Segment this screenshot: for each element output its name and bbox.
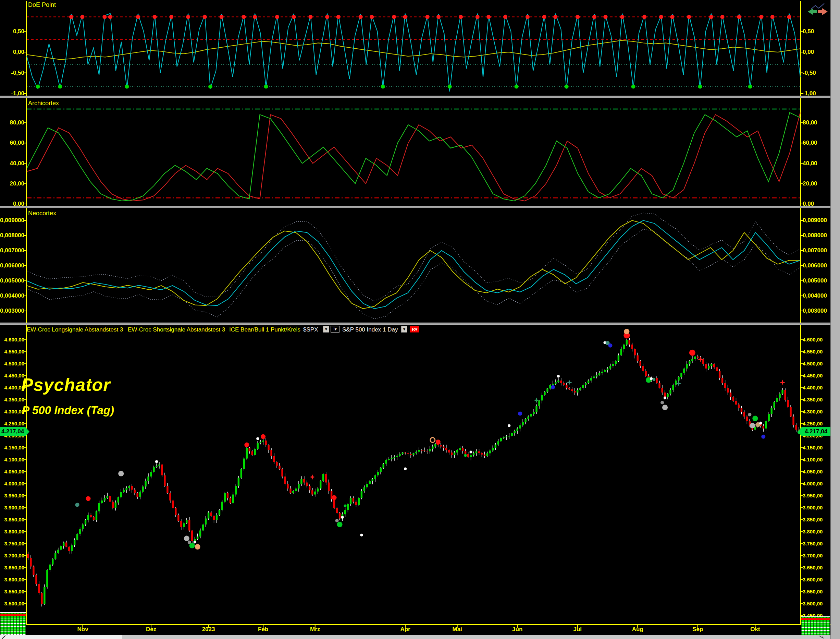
resize-handle-icon[interactable] — [1, 635, 11, 639]
candle — [462, 448, 463, 451]
arrow-left-icon[interactable] — [808, 8, 817, 15]
candle — [43, 587, 45, 604]
candle — [459, 448, 461, 450]
panel-title-doe: DoE Point — [28, 2, 56, 9]
doe-upper-signal-dot — [203, 15, 207, 19]
candle — [328, 483, 330, 491]
y-axis-label: 3.750,00 — [0, 540, 24, 547]
doe-upper-signal-dot — [670, 15, 674, 19]
instrument-label[interactable]: S&P 500 Index — [342, 326, 381, 333]
realtime-button[interactable]: R▾ — [410, 326, 419, 332]
y-axis-label: 4.250,00 — [803, 420, 830, 427]
candle — [243, 459, 245, 470]
indicator-dropdown-button[interactable]: I▾ — [331, 326, 339, 332]
candle — [259, 442, 261, 443]
doe-lower-signal-dot — [125, 84, 129, 89]
symbol-dropdown-button[interactable]: ▼ — [323, 326, 329, 332]
candle — [672, 385, 674, 390]
candle — [336, 508, 338, 513]
candle — [661, 388, 663, 393]
candle — [555, 382, 556, 384]
candle — [377, 472, 379, 475]
candle — [640, 361, 641, 366]
doe-upper-signal-dot — [392, 15, 396, 19]
y-axis-label: 20,00 — [803, 180, 830, 187]
timeframe-dropdown-button[interactable]: ▼ — [401, 326, 407, 332]
signal-label-red — [801, 618, 830, 620]
indicator-label-long[interactable]: EW-Croc Longsignale Abstandstest 3 — [27, 326, 123, 333]
marker-red-dot-large — [689, 350, 696, 356]
y-axis-label: 4.050,00 — [803, 468, 830, 475]
candle — [618, 356, 620, 362]
indicator-label-short[interactable]: EW-Croc Shortsignale Abstandstest 3 — [128, 326, 225, 333]
candle — [579, 388, 581, 390]
doe-upper-signal-dot — [108, 15, 113, 19]
y-axis-label: 3.700,00 — [803, 552, 830, 559]
candle — [224, 493, 226, 502]
candle — [516, 429, 518, 431]
marker-gray-dot — [662, 405, 668, 410]
panel-divider[interactable] — [0, 95, 830, 98]
panel-divider[interactable] — [0, 206, 830, 208]
nav-icons — [803, 2, 830, 17]
marker-red-plus — [310, 474, 315, 480]
candle — [314, 491, 316, 495]
candle — [503, 437, 505, 438]
candle — [669, 390, 671, 394]
candle — [85, 520, 86, 525]
candle — [95, 512, 97, 520]
candle — [658, 383, 660, 388]
candle — [694, 356, 696, 359]
doe-upper-signal-dot — [336, 15, 341, 19]
marker-gray-dot — [750, 423, 755, 429]
doe-lower-signal-dot — [36, 84, 40, 89]
candle — [241, 469, 242, 478]
zigzag-icon[interactable] — [811, 3, 824, 9]
candle — [268, 445, 269, 450]
timeframe-label[interactable]: 1 Day — [383, 326, 398, 333]
doe-upper-signal-dot — [770, 15, 775, 19]
x-axis-month-label: Dez — [137, 626, 165, 633]
marker-red-plus — [780, 380, 785, 385]
candle — [590, 378, 592, 380]
marker-blue-dot — [551, 385, 555, 389]
candle — [634, 349, 636, 356]
doe-upper-signal-dot — [553, 15, 557, 19]
candle — [290, 488, 291, 493]
symbol-label[interactable]: $SPX — [303, 326, 318, 333]
arrow-right-icon[interactable] — [818, 8, 828, 15]
candle — [738, 405, 740, 408]
y-axis-label: 0,007000 — [803, 247, 830, 254]
doe-upper-signal-dot — [186, 15, 190, 19]
pan-arrow-icon[interactable] — [818, 635, 826, 639]
x-axis-month-label: Mrz — [301, 626, 329, 633]
doe-upper-signal-dot — [403, 15, 407, 19]
candle — [309, 486, 311, 490]
candle — [560, 380, 562, 383]
candle — [432, 447, 433, 449]
y-axis-label: 3.700,00 — [0, 552, 24, 559]
candle — [442, 447, 444, 448]
y-axis-label: 0,003000 — [0, 307, 24, 314]
y-axis-label: 3.800,00 — [803, 528, 830, 535]
price-panel-header: EW-Croc Longsignale Abstandstest 3 EW-Cr… — [0, 325, 830, 335]
horizontal-scrollbar[interactable] — [0, 635, 830, 639]
candle — [205, 519, 206, 525]
scrollbar-thumb[interactable] — [122, 635, 830, 639]
candle — [134, 490, 135, 494]
candle — [227, 493, 228, 498]
candle — [238, 478, 239, 486]
candle — [547, 388, 548, 391]
candle — [434, 444, 436, 447]
doe-upper-signal-dot — [220, 15, 224, 19]
indicator-label-ice[interactable]: ICE Bear/Bull 1 Punkt/Kreis — [229, 326, 300, 333]
candle — [536, 406, 537, 412]
panel-divider[interactable] — [0, 323, 830, 325]
candle — [79, 529, 81, 534]
candle — [719, 371, 720, 378]
doe-upper-signal-dot — [370, 15, 374, 19]
y-axis-label: 3.800,00 — [0, 528, 24, 535]
doe-upper-signal-dot — [275, 15, 279, 19]
candle — [451, 453, 453, 455]
candle — [150, 472, 152, 477]
